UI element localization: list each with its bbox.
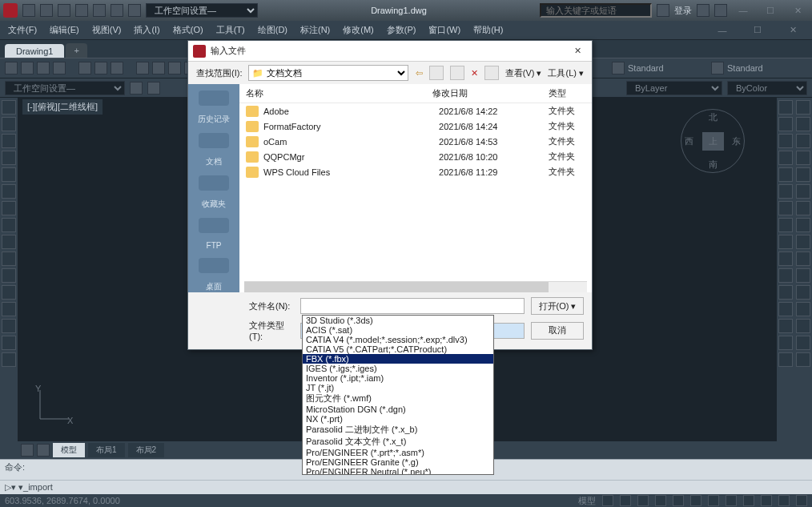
filetype-dropdown[interactable]: 3D Studio (*.3ds)ACIS (*.sat)CATIA V4 (*…: [302, 315, 494, 475]
qp-toggle[interactable]: [743, 495, 754, 506]
filetype-option[interactable]: Inventor (*.ipt;*.iam): [303, 373, 493, 383]
delete-icon[interactable]: ✕: [471, 68, 478, 78]
filetype-option[interactable]: JT (*.jt): [303, 383, 493, 392]
tab-scroll-right[interactable]: [37, 444, 50, 457]
ortho-toggle[interactable]: [637, 495, 649, 506]
menu-param[interactable]: 参数(P): [387, 24, 416, 36]
tb-paste[interactable]: [111, 62, 123, 74]
place-ftp-icon[interactable]: [199, 218, 229, 233]
region-tool[interactable]: [2, 302, 16, 316]
tb-new[interactable]: [5, 62, 18, 74]
filetype-option[interactable]: 3D Studio (*.3ds): [303, 316, 493, 325]
tb-open[interactable]: [21, 62, 34, 74]
hatch-tool[interactable]: [2, 218, 16, 232]
sc-toggle[interactable]: [761, 495, 772, 506]
dim-leader[interactable]: [796, 218, 810, 232]
filetype-option[interactable]: ACIS (*.sat): [303, 325, 493, 335]
polyline-tool[interactable]: [2, 117, 16, 131]
dim-update[interactable]: [796, 285, 810, 300]
filetype-option[interactable]: IGES (*.igs;*.iges): [303, 364, 493, 373]
list-item[interactable]: FormatFactory2021/6/8 14:24文件夹: [239, 119, 592, 134]
open-icon[interactable]: [40, 4, 53, 17]
place-fav-icon[interactable]: [199, 175, 229, 191]
help-icon[interactable]: [714, 4, 727, 17]
misc-1[interactable]: [796, 319, 810, 333]
tb-block[interactable]: [152, 62, 165, 74]
file-list[interactable]: 名称 修改日期 类型 Adobe2021/6/8 14:22文件夹FormatF…: [239, 84, 592, 292]
doc-min[interactable]: —: [711, 23, 734, 38]
login-label[interactable]: 登录: [674, 5, 692, 17]
rotate-tool[interactable]: [778, 134, 793, 148]
tb-match[interactable]: [136, 62, 149, 74]
undo-icon[interactable]: [111, 4, 123, 17]
place-docs-icon[interactable]: [199, 133, 229, 148]
break-tool[interactable]: [778, 352, 793, 367]
mtext-tool[interactable]: [2, 352, 16, 367]
dim-ord[interactable]: [796, 201, 810, 215]
color-combo[interactable]: ByColor: [727, 81, 807, 95]
anno-toggle[interactable]: [796, 495, 807, 506]
tb-cut[interactable]: [78, 62, 91, 74]
linetype-combo[interactable]: ByLayer: [626, 81, 722, 95]
tab-model[interactable]: 模型: [53, 443, 85, 457]
menu-file[interactable]: 文件(F): [8, 24, 37, 36]
menu-help[interactable]: 帮助(H): [473, 24, 503, 36]
wipeout-tool[interactable]: [2, 319, 16, 333]
dim-tol[interactable]: [796, 235, 810, 249]
tools-menu[interactable]: 工具(L) ▾: [548, 67, 584, 79]
join-tool[interactable]: [778, 336, 793, 350]
osnap-toggle[interactable]: [673, 495, 684, 506]
chamfer-tool[interactable]: [778, 251, 793, 266]
signin-icon[interactable]: [657, 4, 669, 17]
menu-tools[interactable]: 工具(T): [216, 24, 245, 36]
tb-save[interactable]: [37, 62, 50, 74]
saveas-icon[interactable]: [75, 4, 88, 17]
dim-arc[interactable]: [796, 184, 810, 199]
filetype-option[interactable]: Pro/ENGINEER (*.prt*;*.asm*): [303, 448, 493, 457]
ellipse-tool[interactable]: [2, 184, 16, 199]
stretch-tool[interactable]: [778, 184, 793, 199]
tab-scroll-left[interactable]: [21, 444, 34, 457]
filetype-option[interactable]: CATIA V5 (*.CATPart;*.CATProduct): [303, 344, 493, 354]
doc-tab-drawing1[interactable]: Drawing1: [5, 44, 64, 58]
filetype-option[interactable]: MicroStation DGN (*.dgn): [303, 404, 493, 414]
doc-tab-new[interactable]: +: [66, 43, 86, 58]
arc-tool[interactable]: [2, 151, 16, 165]
menu-insert[interactable]: 插入(I): [134, 24, 159, 36]
viewport-label[interactable]: [-][俯视][二维线框]: [22, 99, 103, 115]
tb-pan[interactable]: [168, 62, 181, 74]
up-icon[interactable]: [429, 66, 444, 80]
list-headers[interactable]: 名称 修改日期 类型: [239, 84, 592, 103]
table-tool[interactable]: [2, 285, 16, 300]
open-button[interactable]: 打开(O) ▾: [531, 297, 584, 315]
spline-tool[interactable]: [2, 201, 16, 215]
doc-close[interactable]: ✕: [782, 23, 804, 38]
menu-view[interactable]: 视图(V): [92, 24, 122, 36]
filename-input[interactable]: [300, 298, 525, 314]
filetype-option[interactable]: Parasolid 二进制文件 (*.x_b): [303, 424, 493, 436]
plot-icon[interactable]: [93, 4, 106, 17]
status-model[interactable]: 模型: [578, 495, 596, 507]
max-button[interactable]: ☐: [759, 3, 782, 18]
dim-style[interactable]: Standard: [727, 63, 807, 73]
text-tool[interactable]: [2, 251, 16, 266]
menu-dim[interactable]: 标注(N): [300, 24, 330, 36]
dim-center[interactable]: [796, 251, 810, 266]
close-button[interactable]: ✕: [786, 3, 809, 18]
filetype-option[interactable]: Parasolid 文本文件 (*.x_t): [303, 436, 493, 448]
doc-max[interactable]: ☐: [746, 23, 769, 38]
line-tool[interactable]: [2, 100, 16, 115]
snap-toggle[interactable]: [620, 495, 631, 506]
view-menu[interactable]: 查看(V) ▾: [505, 67, 542, 79]
move-tool[interactable]: [778, 100, 793, 115]
location-select[interactable]: 📁 文档文档: [248, 65, 408, 81]
offset-tool[interactable]: [778, 285, 793, 300]
list-item[interactable]: QQPCMgr2021/6/8 10:20文件夹: [239, 149, 592, 164]
misc-2[interactable]: [796, 336, 810, 350]
polar-toggle[interactable]: [655, 495, 666, 506]
exchange-icon[interactable]: [697, 4, 709, 17]
explode-tool[interactable]: [778, 319, 793, 333]
layer-combo[interactable]: 工作空间设置—: [5, 81, 125, 95]
list-item[interactable]: Adobe2021/6/8 14:22文件夹: [239, 103, 592, 119]
dimstyle-icon[interactable]: [711, 62, 724, 74]
